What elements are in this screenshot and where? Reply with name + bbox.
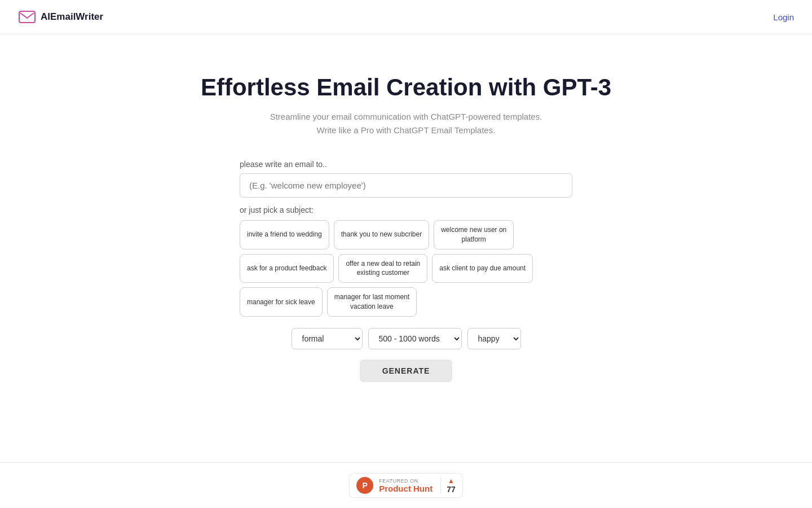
ph-arrow-icon: ▲ [448, 477, 454, 485]
email-form-label: please write an email to.. [240, 160, 327, 169]
product-hunt-text: FEATURED ON Product Hunt [379, 478, 433, 493]
header: AIEmailWriter Login [0, 0, 812, 34]
form-section: please write an email to.. or just pick … [240, 160, 572, 382]
hero-subtitle: Streamline your email communication with… [270, 110, 542, 137]
email-subject-input[interactable] [240, 173, 572, 198]
logo-icon [18, 8, 36, 26]
product-hunt-badge[interactable]: P FEATURED ON Product Hunt ▲ 77 [349, 473, 463, 498]
chip-invite-wedding[interactable]: invite a friend to wedding [240, 220, 329, 249]
main-content: Effortless Email Creation with GPT-3 Str… [0, 34, 812, 462]
tone-select[interactable]: formal informal friendly professional [292, 328, 363, 349]
chip-pay-due[interactable]: ask client to pay due amount [432, 254, 533, 283]
chip-sick-leave[interactable]: manager for sick leave [240, 287, 323, 317]
login-button[interactable]: Login [773, 12, 794, 22]
svg-rect-0 [19, 11, 35, 23]
logo-text: AIEmailWriter [41, 11, 103, 23]
footer: P FEATURED ON Product Hunt ▲ 77 [0, 462, 812, 508]
ph-name-label: Product Hunt [379, 484, 433, 493]
logo-area: AIEmailWriter [18, 8, 103, 26]
chip-product-feedback[interactable]: ask for a product feedback [240, 254, 334, 283]
hero-title: Effortless Email Creation with GPT-3 [201, 74, 611, 101]
pick-subject-label: or just pick a subject: [240, 205, 314, 214]
chip-offer-customer[interactable]: offer a new deal to retainexisting custo… [338, 254, 427, 283]
ph-score-area: ▲ 77 [440, 477, 456, 494]
controls-row: formal informal friendly professional 10… [240, 328, 572, 349]
chip-welcome-user[interactable]: welcome new user onplatform [434, 220, 514, 249]
length-select[interactable]: 100 - 500 words 500 - 1000 words 1000 - … [368, 328, 462, 349]
ph-count: 77 [447, 485, 456, 494]
product-hunt-icon: P [356, 477, 373, 494]
chip-vacation-leave[interactable]: manager for last momentvacation leave [327, 287, 417, 317]
generate-button[interactable]: GENERATE [360, 360, 453, 382]
chip-thank-subscriber[interactable]: thank you to new subcriber [334, 220, 429, 249]
subject-chips-container: invite a friend to wedding thank you to … [240, 220, 572, 317]
mood-select[interactable]: happy sad neutral excited [467, 328, 521, 349]
ph-featured-label: FEATURED ON [379, 478, 433, 484]
